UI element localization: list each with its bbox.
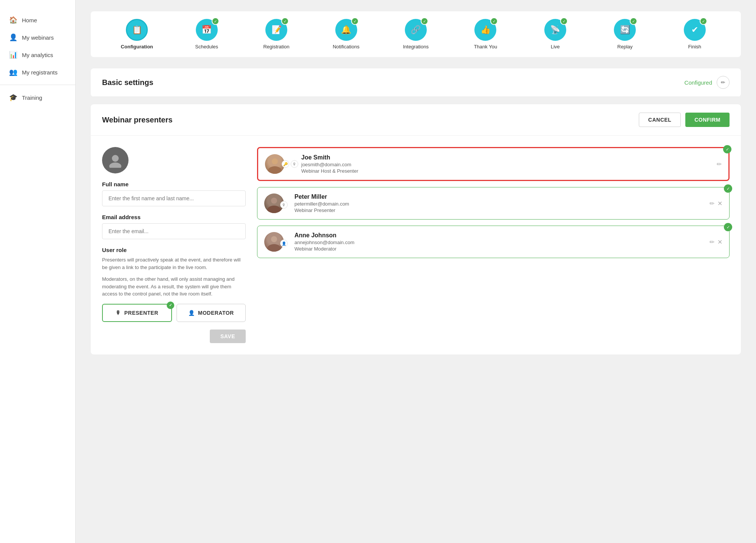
wizard-step-schedules[interactable]: 📅 ✓ Schedules xyxy=(190,19,224,50)
svg-point-1 xyxy=(109,162,121,168)
replay-check: ✓ xyxy=(630,17,637,25)
svg-point-0 xyxy=(112,155,119,162)
mic-icon: 🎙 xyxy=(291,160,298,168)
finish-icon: ✔ xyxy=(691,25,698,35)
wizard-step-integrations[interactable]: 🔗 ✓ Integrations xyxy=(399,19,433,50)
key-icon: 🔑 xyxy=(282,160,289,168)
svg-point-10 xyxy=(271,236,277,242)
schedules-check: ✓ xyxy=(212,17,219,25)
peter-card-check: ✓ xyxy=(724,184,732,193)
presenter-name-anne: Anne Johnson xyxy=(294,232,704,239)
sidebar-label-home: Home xyxy=(22,17,37,23)
microphone-icon: 🎙 xyxy=(116,310,121,316)
home-icon: 🏠 xyxy=(9,16,17,24)
wizard-circle-registration: 📝 ✓ xyxy=(265,19,287,41)
wizard-label-integrations: Integrations xyxy=(403,44,429,50)
presenter-email-anne: annejohnson@domain.com xyxy=(294,240,704,245)
live-check: ✓ xyxy=(560,17,568,25)
basic-settings-edit-button[interactable]: ✏ xyxy=(717,76,730,89)
notifications-check: ✓ xyxy=(351,17,359,25)
wizard-step-live[interactable]: 📡 ✓ Live xyxy=(538,19,572,50)
webinars-icon: 👤 xyxy=(9,33,17,42)
presenter-role-check: ✓ xyxy=(167,302,174,309)
wizard-circle-replay: 🔄 ✓ xyxy=(614,19,636,41)
presenter-role-joe: Webinar Host & Presenter xyxy=(301,168,711,174)
presenters-title: Webinar presenters xyxy=(102,116,172,124)
confirm-button[interactable]: CONFIRM xyxy=(685,113,730,127)
moderator-role-button[interactable]: 👤 MODERATOR xyxy=(177,304,246,322)
wizard-label-thank-you: Thank You xyxy=(474,44,497,50)
webinar-presenters-card: Webinar presenters CANCEL CONFIRM Full n… xyxy=(91,104,741,354)
wizard-label-finish: Finish xyxy=(688,44,701,50)
wizard-circle-notifications: 🔔 ✓ xyxy=(335,19,357,41)
role-buttons: 🎙 PRESENTER ✓ 👤 MODERATOR xyxy=(102,304,246,322)
remove-icon-peter[interactable]: ✕ xyxy=(717,200,722,207)
wizard-step-replay[interactable]: 🔄 ✓ Replay xyxy=(608,19,642,50)
finish-check: ✓ xyxy=(700,17,707,25)
joe-card-check: ✓ xyxy=(723,145,731,153)
presenter-role-anne: Webinar Moderator xyxy=(294,246,704,252)
svg-point-9 xyxy=(267,244,281,252)
main-content: 📋 Configuration 📅 ✓ Schedules 📝 ✓ Regist… xyxy=(76,0,756,543)
wizard-label-live: Live xyxy=(551,44,560,50)
full-name-input[interactable] xyxy=(102,190,246,206)
save-button[interactable]: SAVE xyxy=(210,330,246,343)
presenter-form: Full name Email address User role Presen… xyxy=(102,147,246,343)
user-role-desc-2: Moderators, on the other hand, will only… xyxy=(102,275,246,298)
full-name-label: Full name xyxy=(102,181,246,187)
wizard-circle-live: 📡 ✓ xyxy=(544,19,566,41)
wizard-circle-configuration: 📋 xyxy=(126,19,148,41)
sidebar-label-my-webinars: My webinars xyxy=(22,34,54,41)
wizard-step-thank-you[interactable]: 👍 ✓ Thank You xyxy=(468,19,502,50)
presenter-info-joe: Joe Smith joesmith@domain.com Webinar Ho… xyxy=(301,154,711,174)
wizard-circle-thank-you: 👍 ✓ xyxy=(474,19,496,41)
wizard-step-registration[interactable]: 📝 ✓ Registration xyxy=(259,19,293,50)
sidebar-item-home[interactable]: 🏠 Home xyxy=(0,11,75,29)
sidebar-item-my-webinars[interactable]: 👤 My webinars xyxy=(0,29,75,46)
person-icon: 👤 xyxy=(188,310,195,316)
notifications-icon: 🔔 xyxy=(341,25,351,35)
presenter-name-peter: Peter Miller xyxy=(294,193,704,200)
mic-icon-peter: 🎙 xyxy=(280,201,288,209)
presenters-header: Webinar presenters CANCEL CONFIRM xyxy=(91,104,741,136)
wizard-label-registration: Registration xyxy=(263,44,289,50)
wizard-nav: 📋 Configuration 📅 ✓ Schedules 📝 ✓ Regist… xyxy=(91,11,741,57)
integrations-check: ✓ xyxy=(421,17,428,25)
presenter-role-button[interactable]: 🎙 PRESENTER ✓ xyxy=(102,304,172,322)
replay-icon: 🔄 xyxy=(620,25,630,35)
analytics-icon: 📊 xyxy=(9,51,17,59)
presenters-list: 🔑 🎙 Joe Smith joesmith@domain.com Webina… xyxy=(257,147,730,343)
edit-icon-joe[interactable]: ✏ xyxy=(717,161,722,168)
cancel-button[interactable]: CANCEL xyxy=(639,113,681,127)
email-input[interactable] xyxy=(102,223,246,239)
sidebar-item-training[interactable]: 🎓 Training xyxy=(0,89,75,106)
wizard-step-notifications[interactable]: 🔔 ✓ Notifications xyxy=(329,19,363,50)
wizard-step-finish[interactable]: ✔ ✓ Finish xyxy=(678,19,712,50)
sidebar-label-my-analytics: My analytics xyxy=(22,52,53,58)
remove-icon-anne[interactable]: ✕ xyxy=(717,238,722,246)
svg-point-3 xyxy=(268,166,282,174)
training-icon: 🎓 xyxy=(9,93,17,102)
user-role-title: User role xyxy=(102,247,246,253)
svg-point-6 xyxy=(267,206,281,213)
thankyou-check: ✓ xyxy=(490,17,498,25)
sidebar-item-my-analytics[interactable]: 📊 My analytics xyxy=(0,46,75,63)
configured-status: Configured xyxy=(685,79,712,86)
edit-icon-peter[interactable]: ✏ xyxy=(710,200,714,207)
header-actions: CANCEL CONFIRM xyxy=(639,113,730,127)
wizard-step-configuration[interactable]: 📋 Configuration xyxy=(120,19,154,50)
edit-icon-anne[interactable]: ✏ xyxy=(710,238,714,246)
registration-icon: 📝 xyxy=(271,25,282,35)
registrants-icon: 👥 xyxy=(9,68,17,76)
presenter-card-peter-miller: 🎙 Peter Miller petermiller@domain.com We… xyxy=(257,187,730,220)
sidebar-label-my-registrants: My registrants xyxy=(22,69,57,76)
wizard-circle-integrations: 🔗 ✓ xyxy=(405,19,427,41)
sidebar-item-my-registrants[interactable]: 👥 My registrants xyxy=(0,63,75,81)
presenter-actions-anne: ✏ ✕ xyxy=(710,238,722,246)
wizard-label-replay: Replay xyxy=(617,44,632,50)
presenter-role-peter: Webinar Presenter xyxy=(294,207,704,213)
presenter-card-joe-smith: 🔑 🎙 Joe Smith joesmith@domain.com Webina… xyxy=(257,147,730,181)
thankyou-icon: 👍 xyxy=(480,25,491,35)
svg-point-7 xyxy=(271,198,277,204)
email-label: Email address xyxy=(102,214,246,220)
